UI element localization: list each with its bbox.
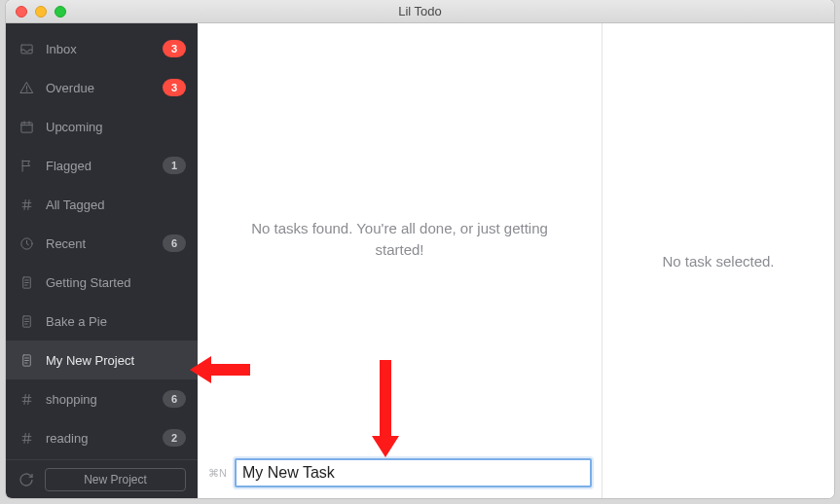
hash-icon bbox=[19, 198, 34, 212]
svg-line-11 bbox=[28, 199, 29, 209]
sidebar-item-flagged[interactable]: Flagged1 bbox=[6, 146, 198, 185]
doc-icon bbox=[19, 275, 34, 290]
close-window-button[interactable] bbox=[16, 6, 27, 18]
empty-tasks-message: No tasks found. You're all done, or just… bbox=[198, 23, 602, 455]
sidebar-badge: 2 bbox=[163, 429, 186, 447]
sidebar-item-reading[interactable]: reading2 bbox=[6, 418, 198, 457]
flag-icon bbox=[19, 159, 34, 173]
sidebar-item-bake-a-pie[interactable]: Bake a Pie bbox=[6, 302, 198, 341]
hash-icon bbox=[19, 392, 34, 407]
zoom-window-button[interactable] bbox=[55, 6, 66, 18]
sidebar-badge: 3 bbox=[163, 79, 186, 96]
no-task-selected-message: No task selected. bbox=[662, 253, 774, 270]
sidebar-item-label: My New Project bbox=[46, 353, 186, 368]
doc-icon bbox=[19, 353, 34, 368]
titlebar[interactable]: Lil Todo bbox=[6, 0, 834, 23]
sidebar-item-getting-started[interactable]: Getting Started bbox=[6, 263, 198, 302]
sidebar-badge: 6 bbox=[163, 390, 186, 408]
svg-line-28 bbox=[28, 394, 29, 404]
sidebar-item-label: reading bbox=[46, 431, 151, 446]
svg-rect-3 bbox=[21, 123, 32, 132]
task-list-pane: No tasks found. You're all done, or just… bbox=[198, 23, 603, 498]
sidebar-badge: 3 bbox=[163, 40, 186, 57]
sidebar-item-label: Upcoming bbox=[46, 120, 186, 134]
sidebar-list[interactable]: Inbox3Overdue3UpcomingFlagged1All Tagged… bbox=[6, 23, 198, 459]
clock-icon bbox=[19, 236, 34, 251]
app-window: Lil Todo Inbox3Overdue3UpcomingFlagged1A… bbox=[6, 0, 834, 498]
sidebar-item-my-new-project[interactable]: My New Project bbox=[6, 341, 198, 379]
sidebar-item-label: Overdue bbox=[46, 81, 151, 95]
sidebar-item-overdue[interactable]: Overdue3 bbox=[6, 68, 198, 107]
minimize-window-button[interactable] bbox=[35, 6, 47, 18]
window-body: Inbox3Overdue3UpcomingFlagged1All Tagged… bbox=[6, 23, 834, 498]
sidebar-item-inbox[interactable]: Inbox3 bbox=[6, 29, 198, 68]
new-task-row: ⌘N bbox=[198, 455, 602, 498]
hash-icon bbox=[19, 431, 34, 446]
svg-line-27 bbox=[24, 394, 25, 404]
sidebar-item-recent[interactable]: Recent6 bbox=[6, 224, 198, 263]
task-detail-pane: No task selected. bbox=[603, 23, 834, 498]
window-title: Lil Todo bbox=[6, 4, 834, 18]
new-task-shortcut: ⌘N bbox=[207, 467, 227, 480]
sidebar: Inbox3Overdue3UpcomingFlagged1All Tagged… bbox=[6, 23, 198, 498]
sidebar-item-label: Inbox bbox=[46, 42, 151, 56]
new-task-input[interactable] bbox=[235, 458, 592, 487]
sidebar-item-label: Bake a Pie bbox=[46, 314, 186, 329]
new-project-button[interactable]: New Project bbox=[45, 468, 186, 491]
window-controls bbox=[6, 6, 66, 18]
inbox-icon bbox=[19, 42, 34, 56]
sidebar-item-label: Flagged bbox=[46, 159, 151, 173]
sidebar-item-label: shopping bbox=[46, 392, 151, 407]
sidebar-item-label: Recent bbox=[46, 236, 151, 251]
svg-line-10 bbox=[24, 199, 25, 209]
sidebar-badge: 1 bbox=[163, 157, 186, 174]
sidebar-footer: New Project bbox=[6, 459, 198, 498]
sidebar-badge: 6 bbox=[163, 234, 186, 252]
sidebar-item-upcoming[interactable]: Upcoming bbox=[6, 107, 198, 146]
sync-icon[interactable] bbox=[18, 471, 35, 488]
svg-point-2 bbox=[26, 90, 27, 91]
sidebar-item-label: All Tagged bbox=[46, 198, 186, 212]
sidebar-item-all-tagged[interactable]: All Tagged bbox=[6, 185, 198, 224]
svg-rect-0 bbox=[21, 45, 32, 54]
svg-line-32 bbox=[28, 433, 29, 443]
svg-line-31 bbox=[24, 433, 25, 443]
sidebar-item-label: Getting Started bbox=[46, 275, 186, 290]
warning-icon bbox=[19, 81, 34, 95]
calendar-icon bbox=[19, 120, 34, 134]
new-project-label: New Project bbox=[84, 473, 147, 486]
doc-icon bbox=[19, 314, 34, 329]
sidebar-item-shopping[interactable]: shopping6 bbox=[6, 379, 198, 418]
